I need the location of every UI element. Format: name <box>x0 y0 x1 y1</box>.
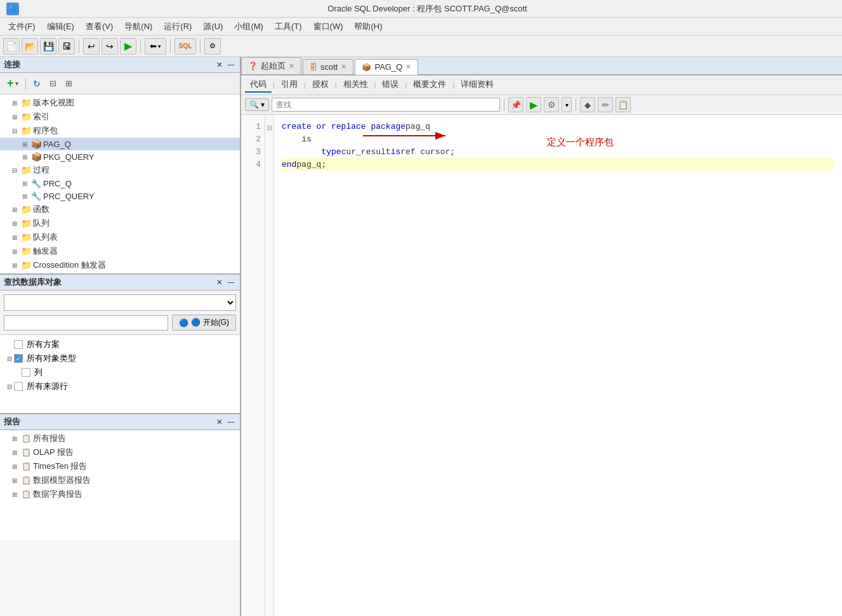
checkbox-col[interactable] <box>22 368 30 377</box>
filter-btn[interactable]: ⊟ <box>46 77 60 90</box>
find-panel-close-btn[interactable]: ✕ <box>214 277 224 287</box>
tree-item-packages[interactable]: ⊟ 📁 程序包 <box>0 124 240 138</box>
find-item-all-schemes[interactable]: 所有方案 <box>3 337 237 351</box>
connection-panel-min-btn[interactable]: — <box>226 60 236 70</box>
edit-btn[interactable]: ✏ <box>598 97 613 112</box>
undo-btn[interactable]: ↩ <box>83 38 100 55</box>
code-tab-profile[interactable]: 概要文件 <box>408 77 451 93</box>
tree-item-crossedition[interactable]: ⊞ 📁 Crossedition 触发器 <box>0 258 240 272</box>
tab-bar: ❓ 起始页 ✕ 🗄 scott ✕ 📦 PAG_Q ✕ <box>241 57 842 75</box>
menu-file[interactable]: 文件(F) <box>3 19 41 34</box>
code-search-dropdown-btn[interactable]: 🔍 ▾ <box>245 98 269 111</box>
history-btn[interactable]: 📋 <box>615 97 631 112</box>
tree-item-olap[interactable]: ⊞ 📋 OLAP 报告 <box>0 445 240 459</box>
code-tb-sep-2 <box>576 98 576 111</box>
tree-item-procs[interactable]: ⊟ 📁 过程 <box>0 163 240 177</box>
pin-btn[interactable]: 📌 <box>508 97 523 112</box>
save-all-btn[interactable]: 🖫 <box>58 38 75 55</box>
tree-item-pkg-query[interactable]: ⊞ 📦 PKG_QUERY <box>0 150 240 163</box>
tree-item-triggers[interactable]: ⊞ 📁 触发器 <box>0 244 240 258</box>
tree-item-funcs[interactable]: ⊞ 📁 函数 <box>0 202 240 216</box>
find-input-row: 🔵 🔵 开始(G) <box>4 315 236 331</box>
find-search-input[interactable] <box>4 315 168 331</box>
menu-nav[interactable]: 导航(N) <box>119 19 157 34</box>
tab-label-scott: scott <box>320 62 338 72</box>
checkbox-all-schemes[interactable] <box>14 340 23 349</box>
code-tab-detail[interactable]: 详细资料 <box>456 77 499 93</box>
connection-tree: ⊞ 📁 版本化视图 ⊞ 📁 索引 ⊟ 📁 程序包 ⊞ <box>0 95 240 273</box>
tab-icon-pagq: 📦 <box>362 63 371 72</box>
find-connection-select[interactable] <box>4 294 236 311</box>
find-item-all-source[interactable]: ⊟ 所有来源行 <box>3 379 237 393</box>
title-bar: 🔷 Oracle SQL Developer : 程序包 SCOTT.PAG_Q… <box>0 0 842 18</box>
code-tab-sep-2: | <box>304 81 306 89</box>
new-file-btn[interactable]: 📄 <box>3 38 20 55</box>
menu-run[interactable]: 运行(R) <box>159 19 197 34</box>
menu-view[interactable]: 查看(V) <box>81 19 118 34</box>
code-tab-bar: 代码 | 引用 | 授权 | 相关性 | 错误 | 概要文件 | 详细资料 <box>241 75 842 95</box>
code-tab-dep[interactable]: 相关性 <box>338 77 373 93</box>
extra-btn[interactable]: ⚙ <box>204 38 221 55</box>
menu-source[interactable]: 源(U) <box>198 19 228 34</box>
tree-label-pkg-query: PKG_QUERY <box>43 152 95 162</box>
save-btn[interactable]: 💾 <box>40 38 56 55</box>
run-code-btn[interactable]: ▶ <box>526 97 541 112</box>
reports-panel-close-btn[interactable]: ✕ <box>214 417 224 427</box>
code-tab-auth[interactable]: 授权 <box>307 77 334 93</box>
tree-item-pag-q[interactable]: ⊞ 📦 PAG_Q <box>0 138 240 150</box>
sql-btn[interactable]: SQL <box>174 38 196 55</box>
expand-prc-query: ⊞ <box>20 192 29 200</box>
find-search-area: 🔵 🔵 开始(G) <box>0 291 240 334</box>
tab-close-start[interactable]: ✕ <box>289 62 294 70</box>
tree-item-versionview[interactable]: ⊞ 📁 版本化视图 <box>0 96 240 110</box>
find-item-col[interactable]: 列 <box>3 365 237 379</box>
redo-btn[interactable]: ↪ <box>102 38 118 55</box>
reports-panel-min-btn[interactable]: — <box>226 417 236 427</box>
menu-edit[interactable]: 编辑(E) <box>42 19 79 34</box>
code-tab-errors[interactable]: 错误 <box>377 77 404 93</box>
checkbox-all-types[interactable]: ✓ <box>14 354 23 363</box>
tree-item-prc-query[interactable]: ⊞ 🔧 PRC_QUERY <box>0 190 240 202</box>
tree-item-datamodel[interactable]: ⊞ 📋 数据模型器报告 <box>0 473 240 487</box>
view-btn[interactable]: ⊞ <box>62 77 76 90</box>
tree-label-packages: 程序包 <box>33 125 58 136</box>
tree-item-timesten[interactable]: ⊞ 📋 TimesTen 报告 <box>0 459 240 473</box>
tab-start[interactable]: ❓ 起始页 ✕ <box>241 57 301 74</box>
diamond-btn[interactable]: ◆ <box>580 97 595 112</box>
tab-scott[interactable]: 🗄 scott ✕ <box>303 59 353 74</box>
tree-item-prc-q[interactable]: ⊞ 🔧 PRC_Q <box>0 177 240 190</box>
find-panel-min-btn[interactable]: — <box>226 277 236 287</box>
tree-item-queuetable[interactable]: ⊞ 📁 队列表 <box>0 230 240 244</box>
menu-group[interactable]: 小组(M) <box>229 19 268 34</box>
code-search-input[interactable] <box>272 98 500 112</box>
tab-pagq[interactable]: 📦 PAG_Q ✕ <box>355 59 418 75</box>
code-editor: 1 2 3 4 ⊟ create or replace package pag_… <box>241 115 842 616</box>
collapse-1[interactable]: ⊟ <box>265 121 273 134</box>
find-start-btn[interactable]: 🔵 🔵 开始(G) <box>172 315 236 331</box>
find-panel-controls: ✕ — <box>214 277 236 287</box>
add-connection-btn[interactable]: + ▾ <box>4 75 22 92</box>
expand-pag-q: ⊞ <box>20 140 29 148</box>
menu-window[interactable]: 窗口(W) <box>308 19 348 34</box>
tab-close-pagq[interactable]: ✕ <box>405 63 411 71</box>
connection-panel-close-btn[interactable]: ✕ <box>214 60 224 70</box>
open-file-btn[interactable]: 📂 <box>22 38 38 55</box>
nav-back-btn[interactable]: ⬅▾ <box>145 38 166 55</box>
menu-help[interactable]: 帮助(H) <box>349 19 387 34</box>
code-content[interactable]: create or replace package pag_q is type … <box>274 115 842 616</box>
tree-item-queue[interactable]: ⊞ 📁 队列 <box>0 216 240 230</box>
code-tab-ref[interactable]: 引用 <box>276 77 303 93</box>
code-tab-code[interactable]: 代码 <box>245 77 272 93</box>
tree-item-all-reports[interactable]: ⊞ 📋 所有报告 <box>0 431 240 445</box>
menu-tools[interactable]: 工具(T) <box>270 19 307 34</box>
run-btn[interactable]: ▶ <box>120 38 136 55</box>
folder-icon-funcs: 📁 <box>21 204 31 214</box>
tree-item-datadict[interactable]: ⊞ 📋 数据字典报告 <box>0 487 240 501</box>
find-item-all-types[interactable]: ⊟ ✓ 所有对象类型 <box>3 351 237 365</box>
refresh-btn[interactable]: ↻ <box>30 77 44 91</box>
tree-item-index[interactable]: ⊞ 📁 索引 <box>0 110 240 124</box>
gear-dropdown-btn[interactable]: ▾ <box>562 97 572 112</box>
gear-btn[interactable]: ⚙ <box>544 97 559 112</box>
checkbox-all-source[interactable] <box>14 382 23 391</box>
tab-close-scott[interactable]: ✕ <box>341 63 346 71</box>
